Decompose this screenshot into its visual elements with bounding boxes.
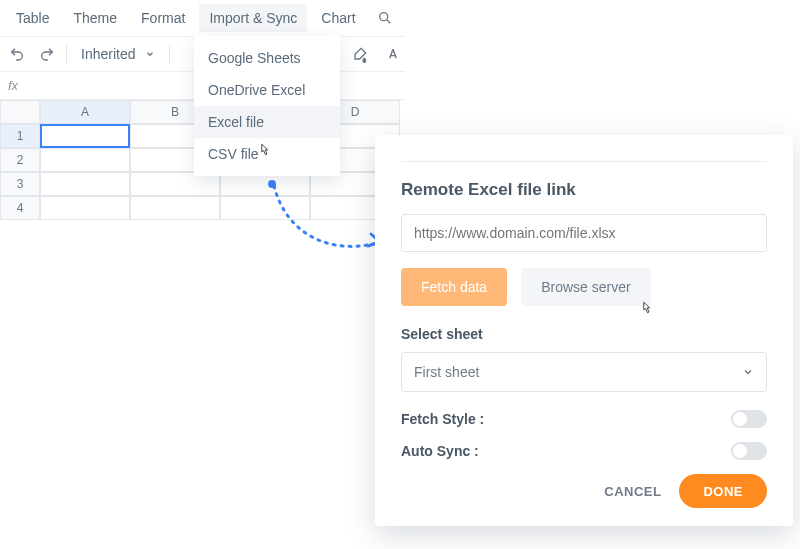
url-input[interactable] xyxy=(401,214,767,252)
menu-table[interactable]: Table xyxy=(6,4,59,32)
svg-line-1 xyxy=(387,20,390,23)
chevron-down-icon xyxy=(145,49,155,59)
fetch-data-button[interactable]: Fetch data xyxy=(401,268,507,306)
separator xyxy=(66,45,67,63)
sheet-select[interactable]: First sheet xyxy=(401,352,767,392)
menu-theme[interactable]: Theme xyxy=(63,4,127,32)
cancel-button[interactable]: CANCEL xyxy=(604,484,661,499)
auto-sync-label: Auto Sync : xyxy=(401,443,479,459)
cell-c4[interactable] xyxy=(220,196,310,220)
undo-icon[interactable] xyxy=(6,43,28,65)
row-header-3[interactable]: 3 xyxy=(0,172,40,196)
row-header-1[interactable]: 1 xyxy=(0,124,40,148)
fetch-style-toggle[interactable] xyxy=(731,410,767,428)
menu-import-sync[interactable]: Import & Sync xyxy=(199,4,307,32)
menu-chart[interactable]: Chart xyxy=(311,4,365,32)
separator xyxy=(169,45,170,63)
cell-a2[interactable] xyxy=(40,148,130,172)
chevron-down-icon xyxy=(742,366,754,378)
dropdown-google-sheets[interactable]: Google Sheets xyxy=(194,42,340,74)
redo-icon[interactable] xyxy=(36,43,58,65)
remote-excel-dialog: Remote Excel file link Fetch data Browse… xyxy=(375,135,793,526)
fill-color-icon[interactable] xyxy=(350,44,372,66)
dialog-title: Remote Excel file link xyxy=(401,180,767,200)
dropdown-onedrive-excel[interactable]: OneDrive Excel xyxy=(194,74,340,106)
grid-corner[interactable] xyxy=(0,100,40,124)
row-header-4[interactable]: 4 xyxy=(0,196,40,220)
cell-b4[interactable] xyxy=(130,196,220,220)
menu-format[interactable]: Format xyxy=(131,4,195,32)
fetch-style-label: Fetch Style : xyxy=(401,411,484,427)
cell-a3[interactable] xyxy=(40,172,130,196)
col-header-a[interactable]: A xyxy=(40,100,130,124)
browse-server-button[interactable]: Browse server xyxy=(521,268,650,306)
cursor-pointer-icon xyxy=(255,142,273,160)
toolbar-right xyxy=(350,44,404,66)
cursor-pointer-icon xyxy=(637,300,655,318)
dropdown-excel-file[interactable]: Excel file xyxy=(194,106,340,138)
divider xyxy=(401,161,767,162)
select-sheet-label: Select sheet xyxy=(401,326,767,342)
row-header-2[interactable]: 2 xyxy=(0,148,40,172)
menubar: Table Theme Format Import & Sync Chart xyxy=(0,0,405,36)
auto-sync-toggle[interactable] xyxy=(731,442,767,460)
sheet-select-value: First sheet xyxy=(414,364,479,380)
text-color-icon[interactable] xyxy=(382,44,404,66)
cell-a4[interactable] xyxy=(40,196,130,220)
svg-point-0 xyxy=(380,13,388,21)
cell-a1[interactable] xyxy=(40,124,130,148)
done-button[interactable]: DONE xyxy=(679,474,767,508)
font-family-value: Inherited xyxy=(81,46,135,62)
formula-label: fx xyxy=(8,78,18,93)
search-icon[interactable] xyxy=(371,6,399,30)
font-family-select[interactable]: Inherited xyxy=(75,43,161,65)
